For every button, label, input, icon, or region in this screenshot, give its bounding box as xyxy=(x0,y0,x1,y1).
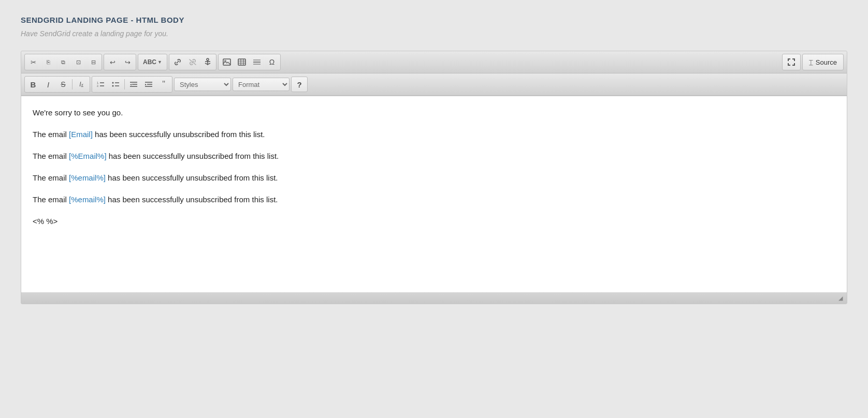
anchor-button[interactable] xyxy=(200,55,215,69)
paragraph-3-prefix: The email xyxy=(33,152,69,160)
copy-format-button[interactable]: ⧉ xyxy=(56,55,70,69)
indent-button[interactable] xyxy=(141,78,156,91)
link-icon xyxy=(173,58,182,66)
paragraph-3-suffix: has been successfully unsubscribed from … xyxy=(107,152,279,160)
paragraph-2-suffix: has been successfully unsubscribed from … xyxy=(93,130,265,139)
editor-content-area[interactable]: We're sorry to see you go. The email [Em… xyxy=(21,96,847,292)
email-var-2: [%Email%] xyxy=(69,152,107,160)
anchor-icon xyxy=(204,58,211,66)
image-button[interactable] xyxy=(220,55,234,69)
paragraph-4-suffix: has been successfully unsubscribed from … xyxy=(106,173,278,182)
toolbar-group-text-format: B I S Ix xyxy=(24,76,90,93)
source-button[interactable]: ⌶ Source xyxy=(802,54,844,70)
spellcheck-dropdown-arrow: ▼ xyxy=(157,59,162,65)
toolbar-group-clipboard: ✂ ⎘ ⧉ ⊡ ⊟ xyxy=(24,54,102,70)
hr-button[interactable] xyxy=(250,55,264,69)
format-select[interactable]: Format xyxy=(233,78,290,91)
paste-button[interactable]: ⊡ xyxy=(71,55,85,69)
page-title: SENDGRID LANDING PAGE - HTML BODY xyxy=(21,16,847,24)
svg-text:2.: 2. xyxy=(97,84,99,87)
paragraph-2-prefix: The email xyxy=(33,130,69,139)
help-button[interactable]: ? xyxy=(291,77,308,92)
bold-button[interactable]: B xyxy=(26,78,40,91)
paragraph-3: The email [%Email%] has been successfull… xyxy=(33,150,835,162)
indent-icon xyxy=(144,81,153,88)
paste-text-button[interactable]: ⊟ xyxy=(86,55,100,69)
redo-button[interactable]: ↪ xyxy=(120,55,135,69)
italic-button[interactable]: I xyxy=(41,78,55,91)
copy-button[interactable]: ⎘ xyxy=(41,55,55,69)
table-icon xyxy=(238,58,246,66)
fullscreen-button[interactable] xyxy=(782,54,801,70)
table-button[interactable] xyxy=(235,55,249,69)
unlink-icon xyxy=(189,58,197,66)
source-icon: ⌶ xyxy=(809,58,813,66)
page-subtitle: Have SendGrid create a landing page for … xyxy=(21,29,847,38)
strikethrough-button[interactable]: S xyxy=(56,78,70,91)
paragraph-4: The email [%email%] has been successfull… xyxy=(33,172,835,184)
remove-format-button[interactable]: Ix xyxy=(74,78,89,91)
ordered-list-icon: 1. 2. xyxy=(96,81,105,88)
editor-wrapper: ✂ ⎘ ⧉ ⊡ ⊟ ↩ ↪ ABC ▼ xyxy=(21,51,847,304)
special-char-button[interactable]: Ω xyxy=(265,55,279,69)
image-icon xyxy=(223,58,231,66)
paragraph-5-suffix: has been successfully unsubscribed from … xyxy=(106,195,278,204)
unordered-list-button[interactable] xyxy=(108,78,123,91)
paragraph-4-prefix: The email xyxy=(33,173,69,182)
abc-label: ABC xyxy=(143,58,156,66)
email-var-1: [Email] xyxy=(69,130,93,139)
svg-rect-3 xyxy=(223,59,230,65)
outdent-icon xyxy=(129,81,138,88)
unordered-list-icon xyxy=(111,81,120,88)
hr-icon xyxy=(253,58,261,66)
cut-button[interactable]: ✂ xyxy=(26,55,40,69)
svg-point-17 xyxy=(112,82,114,84)
email-var-3: [%email%] xyxy=(69,173,106,182)
svg-point-18 xyxy=(112,85,114,87)
toolbar-row-1: ✂ ⎘ ⧉ ⊡ ⊟ ↩ ↪ ABC ▼ xyxy=(21,51,847,73)
toolbar-group-history: ↩ ↪ xyxy=(104,54,136,70)
link-button[interactable] xyxy=(170,55,185,69)
toolbar-group-spellcheck: ABC ▼ xyxy=(138,54,167,70)
separator-1 xyxy=(72,79,73,89)
toolbar-group-links xyxy=(169,54,216,70)
paragraph-2: The email [Email] has been successfully … xyxy=(33,128,835,141)
email-var-4: [%email%] xyxy=(69,195,106,204)
toolbar-row-2: B I S Ix 1. 2. xyxy=(21,73,847,96)
paragraph-5-prefix: The email xyxy=(33,195,69,204)
fullscreen-icon xyxy=(787,58,795,66)
blockquote-button[interactable]: " xyxy=(156,78,171,91)
spellcheck-button[interactable]: ABC ▼ xyxy=(139,55,166,69)
paragraph-5: The email [%email%] has been successfull… xyxy=(33,193,835,206)
source-label: Source xyxy=(816,58,837,66)
svg-point-0 xyxy=(207,58,209,61)
editor-footer: ◢ xyxy=(21,292,847,304)
styles-select[interactable]: Styles xyxy=(174,78,231,91)
paragraph-1: We're sorry to see you go. xyxy=(33,107,835,119)
separator-2 xyxy=(124,79,125,89)
toolbar-group-lists: 1. 2. xyxy=(92,76,172,93)
outdent-button[interactable] xyxy=(126,78,141,91)
unlink-button[interactable] xyxy=(185,55,200,69)
ordered-list-button[interactable]: 1. 2. xyxy=(93,78,108,91)
toolbar-group-insert: Ω xyxy=(218,54,281,70)
resize-handle-icon: ◢ xyxy=(838,295,845,301)
undo-button[interactable]: ↩ xyxy=(105,55,120,69)
svg-rect-5 xyxy=(238,59,245,65)
code-line: <% %> xyxy=(33,215,835,228)
